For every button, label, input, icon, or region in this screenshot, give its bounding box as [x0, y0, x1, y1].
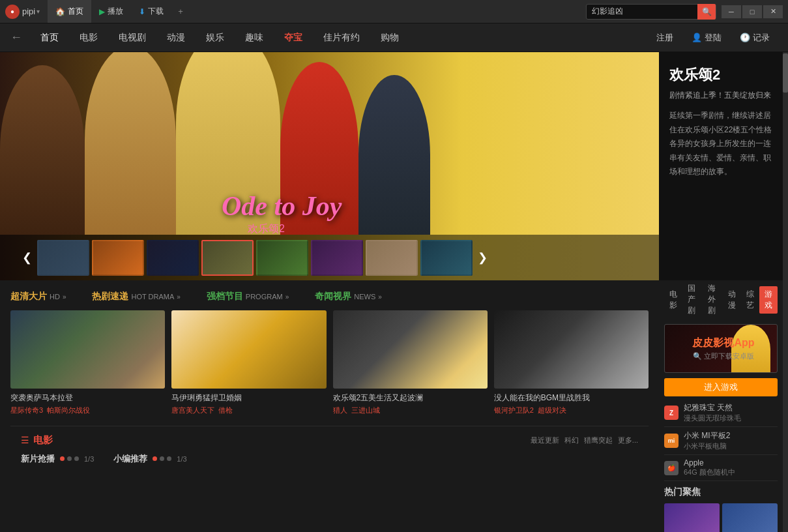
- game-button[interactable]: 进入游戏: [664, 378, 778, 396]
- video-card-3[interactable]: 欢乐颂2五美生活又起波澜 猎人 三进山城: [333, 310, 488, 415]
- logo-dropdown-icon[interactable]: ▾: [36, 8, 40, 15]
- hero-banner[interactable]: Ode to Joy 欢乐颂2 ❮ ❯: [0, 52, 659, 280]
- hd-tab-title[interactable]: 超清大片: [10, 291, 47, 303]
- maximize-button[interactable]: □: [742, 5, 762, 18]
- back-button[interactable]: ←: [10, 31, 22, 44]
- sub-section-2-title: 小编推荐: [113, 453, 147, 465]
- drama-tab-sub: HOT DRAMA: [131, 293, 174, 301]
- promo-details-2: 小米 MI平板2 小米平板电脑: [684, 430, 730, 451]
- movie-section-title: 电影: [33, 434, 53, 447]
- program-tab-arrow[interactable]: »: [285, 293, 289, 301]
- sub-section-2-dots: [153, 456, 171, 461]
- update-link-more[interactable]: 更多...: [618, 436, 638, 445]
- main-content: Ode to Joy 欢乐颂2 ❮ ❯ 欢乐颂2: [0, 52, 788, 532]
- update-link-2[interactable]: 科幻: [564, 436, 579, 445]
- hot-img-2[interactable]: [722, 503, 778, 532]
- hero-thumb-6[interactable]: [311, 240, 363, 276]
- tab-play[interactable]: ▶ 播放: [91, 0, 131, 23]
- app-logo[interactable]: ● pipi ▾: [5, 5, 40, 19]
- dot-2-1: [153, 456, 157, 461]
- video-sub3b: 三进山城: [351, 406, 380, 414]
- cat-tab-movies[interactable]: 电影: [664, 286, 682, 314]
- update-link-3[interactable]: 猎鹰突起: [584, 436, 613, 445]
- promo-item-1[interactable]: Z 妃雅珠宝 天然 漫头圆无瑕珍珠毛: [664, 399, 778, 427]
- nav-tv[interactable]: 电视剧: [108, 23, 156, 52]
- tab-download[interactable]: ⬇ 下载: [131, 0, 171, 23]
- section-tab-hd: 超清大片 HD »: [10, 291, 66, 303]
- cat-tab-anime[interactable]: 动漫: [723, 286, 741, 314]
- video-sub-4: 银河护卫队2 超级对决: [494, 406, 649, 415]
- nav-fun[interactable]: 趣味: [235, 23, 274, 52]
- hero-thumb-7[interactable]: [366, 240, 418, 276]
- dot-1-2: [67, 456, 72, 461]
- search-button[interactable]: 🔍: [697, 4, 716, 20]
- person-5: [358, 75, 430, 235]
- promo-name-1: 妃雅珠宝 天然: [684, 402, 741, 413]
- video-card-1[interactable]: 突袭奥萨马本拉登 星际传奇3 帕斯尚尔战役: [10, 310, 165, 415]
- nav-history[interactable]: 🕐记录: [732, 23, 778, 52]
- cat-tab-variety[interactable]: 综艺: [741, 286, 759, 314]
- nav-home[interactable]: 首页: [30, 23, 69, 52]
- dot-2-3: [167, 456, 171, 461]
- search-input[interactable]: [587, 7, 697, 16]
- ad-subtitle: 🔍 立即下载安卓版: [692, 351, 754, 361]
- hot-focus-images: [664, 503, 778, 532]
- nav-movies[interactable]: 电影: [69, 23, 108, 52]
- add-tab-button[interactable]: +: [171, 7, 190, 16]
- tab-home[interactable]: 🏠 首页: [48, 0, 91, 23]
- nav-shopping[interactable]: 购物: [370, 23, 409, 52]
- tab-home-label: 首页: [68, 6, 83, 17]
- sub-section-1: 新片抢播 1/3: [21, 453, 94, 465]
- video-sub1b: 帕斯尚尔战役: [47, 406, 90, 414]
- hd-tab-arrow[interactable]: »: [63, 293, 66, 301]
- cat-tab-overseas[interactable]: 海外剧: [703, 280, 723, 319]
- minimize-button[interactable]: ─: [722, 5, 741, 18]
- nav-treasure[interactable]: 夺宝: [274, 23, 313, 52]
- play-icon: ▶: [99, 7, 105, 16]
- video-sub-1: 星际传奇3 帕斯尚尔战役: [10, 406, 165, 415]
- scrollbar-thumb[interactable]: [783, 53, 788, 93]
- hero-thumb-3[interactable]: [147, 240, 199, 276]
- hero-tagline: 剧情紧追上季！五美绽放归来: [669, 90, 772, 101]
- ad-title: 皮皮影视App: [692, 336, 754, 350]
- hero-thumb-1[interactable]: [37, 240, 89, 276]
- nav-login[interactable]: 👤登陆: [684, 23, 729, 52]
- hot-img-1[interactable]: [664, 503, 720, 532]
- clock-icon: 🕐: [740, 33, 750, 42]
- hero-next-button[interactable]: ❯: [475, 250, 490, 265]
- hero-logo-text: Ode to Joy: [222, 190, 342, 222]
- hero-prev-button[interactable]: ❮: [20, 250, 35, 265]
- scrollbar[interactable]: [783, 52, 788, 532]
- hero-thumbnails: ❮ ❯: [0, 235, 659, 280]
- movie-section-icon: ☰: [21, 435, 29, 445]
- update-link-1[interactable]: 最近更新: [531, 436, 559, 445]
- video-grid: 突袭奥萨马本拉登 星际传奇3 帕斯尚尔战役 马伊琍勇猛捍卫婚姻: [10, 310, 649, 415]
- nav-register[interactable]: 注册: [649, 23, 681, 52]
- nav-entertainment[interactable]: 娱乐: [196, 23, 235, 52]
- close-button[interactable]: ✕: [763, 5, 783, 18]
- sub-section-2: 小编推荐 1/3: [113, 453, 186, 465]
- hero-thumb-4[interactable]: [201, 240, 254, 276]
- cat-tab-games[interactable]: 游戏: [759, 286, 778, 314]
- hero-thumb-2[interactable]: [92, 240, 144, 276]
- video-card-2[interactable]: 马伊琍勇猛捍卫婚姻 唐宫美人天下 借枪: [171, 310, 326, 415]
- promo-icon-3: 🍎: [664, 461, 679, 475]
- promo-item-3[interactable]: 🍎 Apple 64G 颜色随机中: [664, 455, 778, 481]
- category-tabs: 电影 国产剧 海外剧 动漫 综艺 游戏: [659, 280, 783, 319]
- program-tab-title[interactable]: 强档节目: [207, 291, 243, 303]
- hero-thumb-8[interactable]: [420, 240, 473, 276]
- news-tab-title[interactable]: 奇闻视界: [315, 291, 351, 303]
- video-card-4[interactable]: 没人能在我的BGM里战胜我 银河护卫队2 超级对决: [494, 310, 649, 415]
- news-tab-arrow[interactable]: »: [378, 293, 382, 301]
- content-area: Ode to Joy 欢乐颂2 ❮ ❯ 欢乐颂2: [0, 52, 783, 532]
- nav-anime[interactable]: 动漫: [156, 23, 196, 52]
- window-controls: ─ □ ✕: [722, 5, 783, 18]
- promo-item-2[interactable]: mi 小米 MI平板2 小米平板电脑: [664, 427, 778, 455]
- ad-banner[interactable]: 皮皮影视App 🔍 立即下载安卓版: [664, 324, 778, 373]
- drama-tab-arrow[interactable]: »: [177, 293, 181, 301]
- cat-tab-domestic[interactable]: 国产剧: [682, 280, 703, 319]
- hero-thumb-5[interactable]: [256, 240, 308, 276]
- person-2: [85, 52, 176, 235]
- nav-curated[interactable]: 佳片有约: [313, 23, 370, 52]
- drama-tab-title[interactable]: 热剧速递: [92, 291, 128, 303]
